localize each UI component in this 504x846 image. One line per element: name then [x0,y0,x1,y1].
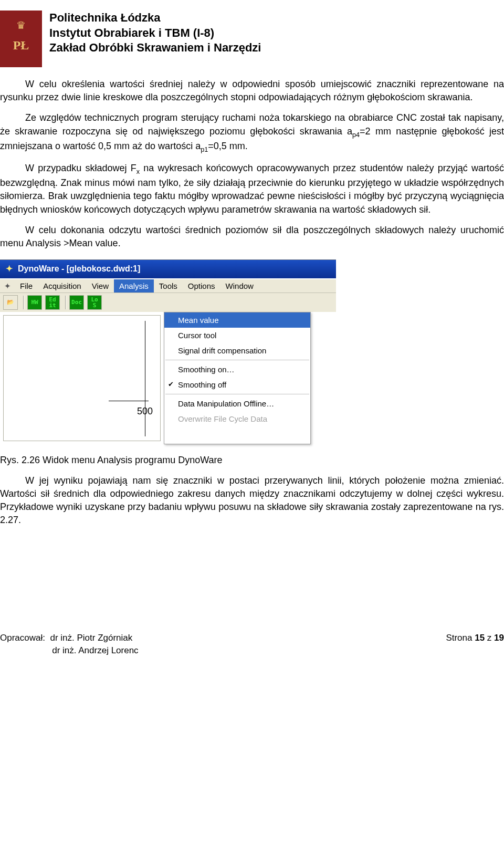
menubar-item-options[interactable]: Options [183,279,220,293]
dropdown-separator [165,394,309,394]
footer-label: Opracował: [0,633,45,643]
menubar-item-view[interactable]: View [87,279,114,293]
figure-caption: Rys. 2.26 Widok menu Analysis programu D… [0,454,504,467]
check-icon: ✔ [168,380,174,389]
footer-authors: Opracował: dr inż. Piotr Zgórniak dr inż… [0,632,139,657]
toolbar-los-button[interactable]: Lo S [87,295,102,310]
toolbar: 📂 HW Ed it Doc Lo S [0,293,336,312]
window-titlebar: ✦ DynoWare - [glebokosc.dwd:1] [0,260,336,278]
header-line-1: Politechnika Łódzka [49,11,261,26]
chart-tick-label: 500 [137,405,153,418]
p2-sub2: p1 [201,145,208,153]
chart-tick-mark [143,401,149,401]
menubar: ✦ FileAcquisitionViewAnalysisToolsOption… [0,278,336,293]
dropdown-item-cursor-tool[interactable]: Cursor tool [164,328,310,343]
toolbar-hw-button[interactable]: HW [27,295,42,310]
logo-crown-icon: ♛ [16,18,26,33]
footer-page-label: Strona [446,633,475,643]
document-mdi-icon: ✦ [2,280,13,291]
document-header: ♛ PŁ Politechnika Łódzka Instytut Obrabi… [0,11,504,78]
dropdown-item-smoothing-on[interactable]: Smoothing on… [164,362,310,377]
paragraph-3: W przypadku składowej Fx na wykresach ko… [0,162,504,216]
dropdown-item-label: Smoothing on… [178,365,235,374]
dropdown-item-smoothing-off[interactable]: ✔Smoothing off [164,377,310,392]
chart-tick-line [109,401,145,401]
footer-page-total: 19 [494,633,504,643]
dropdown-item-label: Data Manipulation Offline… [178,399,274,408]
institution-logo: ♛ PŁ [0,11,42,67]
menubar-item-tools[interactable]: Tools [154,279,183,293]
p3-part-a: W przypadku składowej F [25,163,136,173]
footer-page-of: z [485,633,494,643]
dropdown-item-mean-value[interactable]: Mean value [164,312,310,328]
paragraph-1: W celu określenia wartości średniej nale… [0,78,504,104]
toolbar-doc-button[interactable]: Doc [69,295,84,310]
logo-letters: PŁ [8,37,34,55]
dropdown-separator [165,360,309,360]
chart-y-axis [145,321,145,436]
menubar-item-acquisition[interactable]: Acquisition [38,279,87,293]
dropdown-item-label: Mean value [178,316,219,325]
toolbar-open-button[interactable]: 📂 [3,295,18,310]
document-body: W celu określenia wartości średniej nale… [0,78,504,250]
footer-pagination: Strona 15 z 19 [446,632,504,657]
dropdown-item-overwrite-file-cycle-data: Overwrite File Cycle Data [164,411,310,426]
app-icon: ✦ [4,264,14,274]
footer-author-1: dr inż. Piotr Zgórniak [50,633,132,643]
footer-page-current: 15 [475,633,485,643]
dropdown-item-label: Smoothing off [178,380,226,389]
toolbar-separator [65,296,66,309]
toolbar-edit-button[interactable]: Ed it [45,295,60,310]
dropdown-item-data-manipulation-offline[interactable]: Data Manipulation Offline… [164,396,310,411]
dropdown-item-label: Overwrite File Cycle Data [178,414,267,423]
paragraph-2: Ze względów technicznych program sterują… [0,111,504,154]
menubar-item-window[interactable]: Window [220,279,259,293]
dropdown-item-label: Signal drift compensation [178,346,266,355]
toolbar-separator [23,296,24,309]
header-line-2: Instytut Obrabiarek i TBM (I-8) [49,26,261,41]
menubar-item-file[interactable]: File [15,279,38,293]
analysis-dropdown-menu: Mean valueCursor toolSignal drift compen… [164,312,311,444]
p2-part-c: =0,5 mm. [208,141,248,151]
chart-panel: 500 [3,315,161,441]
paragraph-4: W celu dokonania odczytu wartości średni… [0,224,504,250]
dropdown-item-label: Cursor tool [178,331,216,340]
menubar-item-analysis[interactable]: Analysis [114,279,154,293]
header-line-3: Zakład Obróbki Skrawaniem i Narzędzi [49,40,261,56]
footer-author-2: dr inż. Andrzej Lorenc [52,645,138,655]
paragraph-5: W jej wyniku pojawiają nam się znaczniki… [0,474,504,527]
header-text-block: Politechnika Łódzka Instytut Obrabiarek … [49,11,261,56]
dropdown-item-signal-drift-compensation[interactable]: Signal drift compensation [164,343,310,358]
app-screenshot: ✦ DynoWare - [glebokosc.dwd:1] ✦ FileAcq… [0,259,336,444]
p2-sub1: p4 [352,131,360,138]
window-title: DynoWare - [glebokosc.dwd:1] [18,263,140,275]
page-footer: Opracował: dr inż. Piotr Zgórniak dr inż… [0,632,504,657]
